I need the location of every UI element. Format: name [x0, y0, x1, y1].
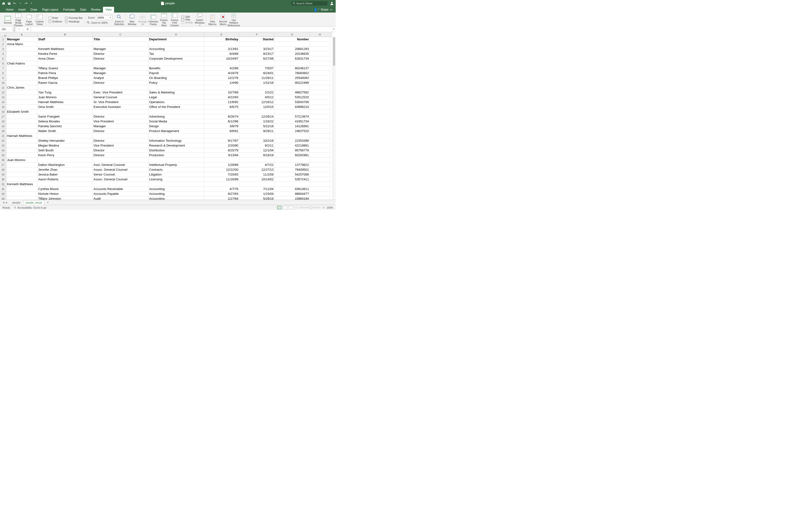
cell[interactable]	[6, 114, 38, 119]
zoom-input[interactable]: 150%▼	[96, 15, 112, 20]
cell[interactable]	[204, 61, 239, 66]
cell[interactable]	[274, 61, 310, 66]
cell[interactable]	[148, 85, 204, 90]
page-layout-view-icon[interactable]	[283, 206, 287, 209]
custom-views-button[interactable]: Custom Views	[35, 13, 45, 26]
row-header[interactable]: 10	[0, 80, 6, 85]
cell[interactable]: 6/27/06	[239, 56, 274, 61]
cell[interactable]: 7/11/04	[239, 187, 274, 191]
cell[interactable]: Anna Mann	[6, 42, 38, 47]
cell[interactable]	[93, 109, 148, 114]
cell[interactable]: 9/17/97	[204, 138, 239, 143]
formula-bar-checkbox[interactable]: ✓Formula Bar	[65, 16, 83, 19]
cell[interactable]: Director	[93, 51, 148, 56]
cell[interactable]: Sr. Vice President	[93, 100, 148, 105]
cell[interactable]: Gina Smith	[38, 105, 93, 109]
cell[interactable]	[310, 37, 330, 42]
cell[interactable]: Jessica Baker	[38, 172, 93, 177]
cell[interactable]: Elizabeth Smith	[6, 109, 38, 114]
cell[interactable]	[310, 143, 330, 148]
cell[interactable]: 20236635	[274, 51, 310, 56]
switch-windows-button[interactable]: Switch Windows▼	[195, 12, 204, 27]
cell[interactable]: Kenneth Matthews	[38, 47, 93, 51]
cell[interactable]: Manager	[93, 71, 148, 75]
unhide-button[interactable]: Unhide	[181, 21, 193, 24]
cell[interactable]	[310, 133, 330, 138]
cell[interactable]	[6, 90, 38, 95]
cell[interactable]: Product Management	[148, 129, 204, 133]
add-sheet-button[interactable]: +	[45, 201, 51, 204]
cell[interactable]	[239, 42, 274, 47]
column-header-G[interactable]: G	[274, 32, 310, 37]
row-header[interactable]: 6	[0, 61, 6, 66]
cell[interactable]: Accounting	[148, 47, 204, 51]
cell[interactable]	[148, 158, 204, 163]
cell[interactable]: 10/7/69	[204, 90, 239, 95]
unfreeze-panes-button[interactable]: Unfreeze Panes	[148, 13, 158, 26]
cell[interactable]: Corporate Development	[148, 56, 204, 61]
cell[interactable]	[204, 109, 239, 114]
row-header[interactable]: 15	[0, 105, 6, 109]
cell[interactable]: Director	[93, 56, 148, 61]
cell[interactable]	[310, 66, 330, 71]
formula-input[interactable]	[31, 26, 332, 32]
cell[interactable]: 53572411	[274, 177, 310, 182]
cell[interactable]	[204, 182, 239, 187]
cell[interactable]: Seth Booth	[38, 148, 93, 153]
cell[interactable]: 9/29/11	[239, 129, 274, 133]
row-header[interactable]: 8	[0, 71, 6, 75]
column-header-F[interactable]: F	[239, 32, 274, 37]
menu-tab-formulas[interactable]: Formulas	[61, 7, 78, 12]
cell[interactable]: 80246137	[274, 66, 310, 71]
cell[interactable]: 11/28/11	[239, 75, 274, 80]
cell[interactable]: Vice President	[93, 119, 148, 124]
row-header[interactable]: 5	[0, 56, 6, 61]
cell[interactable]	[310, 114, 330, 119]
cell[interactable]	[310, 109, 330, 114]
undo-icon[interactable]	[13, 2, 16, 5]
cell[interactable]	[6, 75, 38, 80]
cell[interactable]	[93, 61, 148, 66]
select-all-corner[interactable]	[0, 32, 6, 37]
cell[interactable]: 8/4/89	[204, 51, 239, 56]
cell[interactable]: Social Media	[148, 119, 204, 124]
cell[interactable]	[310, 153, 330, 158]
cell[interactable]: 83996210	[274, 105, 310, 109]
menu-tab-view[interactable]: View	[103, 7, 114, 12]
row-header[interactable]: 18	[0, 119, 6, 124]
row-header[interactable]: 29	[0, 172, 6, 177]
arrange-all-button[interactable]: Arrange All	[138, 13, 147, 26]
cell[interactable]: Kenneth Matthews	[6, 182, 38, 187]
menu-tab-insert[interactable]: Insert	[16, 7, 28, 12]
cell[interactable]: Contracts	[148, 167, 204, 172]
cell[interactable]: 78409501	[274, 167, 310, 172]
column-header-A[interactable]: A	[6, 32, 38, 37]
cell[interactable]: Director	[93, 153, 148, 158]
cell[interactable]: 1/16/22	[239, 119, 274, 124]
cell[interactable]: 8/6/75	[204, 105, 239, 109]
cell[interactable]: Birthday	[204, 37, 239, 42]
cell[interactable]: Jennifer Zhao	[38, 167, 93, 172]
cell[interactable]	[38, 158, 93, 163]
cell[interactable]	[239, 133, 274, 138]
cell[interactable]	[310, 95, 330, 100]
cell[interactable]: Juan Moreno	[38, 95, 93, 100]
cell[interactable]: 76083602	[274, 71, 310, 75]
cell[interactable]	[38, 42, 93, 47]
cell[interactable]: Staff	[38, 37, 93, 42]
cell[interactable]: Director	[93, 148, 148, 153]
row-header[interactable]: 2	[0, 42, 6, 47]
cell[interactable]	[239, 158, 274, 163]
cell[interactable]	[38, 133, 93, 138]
cell[interactable]	[38, 85, 93, 90]
relative-references-button[interactable]: Use Relative References	[229, 12, 239, 27]
row-header[interactable]: 33	[0, 191, 6, 196]
cell[interactable]: Director	[93, 129, 148, 133]
cell[interactable]: Megan Medina	[38, 143, 93, 148]
cell[interactable]: Distribution	[148, 148, 204, 153]
cell[interactable]: Tax	[148, 51, 204, 56]
column-header-C[interactable]: C	[93, 32, 148, 37]
cell[interactable]	[6, 153, 38, 158]
cell[interactable]: 62631734	[274, 56, 310, 61]
cell[interactable]	[310, 177, 330, 182]
